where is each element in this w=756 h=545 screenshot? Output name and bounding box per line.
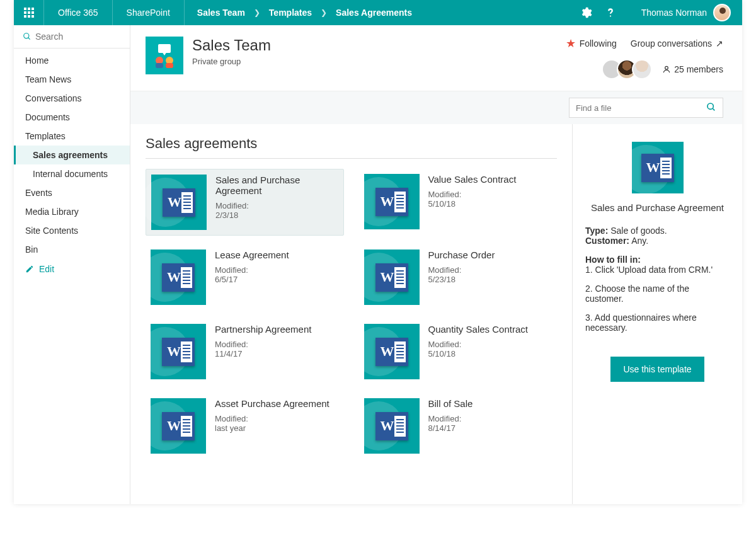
breadcrumb-item[interactable]: Templates [269, 8, 312, 18]
modified-label: Modified: [428, 340, 528, 349]
following-button[interactable]: ★ Following [566, 37, 617, 50]
sidebar-item-media-library[interactable]: Media Library [14, 202, 130, 221]
howto-step: 3. Add questionnaires where necessary. [585, 313, 730, 333]
sidebar-item-sales-agreements[interactable]: Sales agreements [14, 146, 130, 164]
svg-line-11 [28, 38, 30, 40]
svg-marker-13 [162, 52, 167, 55]
help-icon[interactable] [604, 6, 617, 20]
office365-link[interactable]: Office 365 [44, 0, 113, 25]
document-card[interactable]: WQuantity Sales ContractModified:5/10/18 [359, 319, 558, 384]
svg-rect-2 [32, 8, 34, 10]
search-input[interactable] [14, 25, 130, 49]
svg-rect-4 [28, 11, 30, 14]
modified-date: 5/10/18 [428, 199, 517, 209]
use-template-button[interactable]: Use this template [610, 357, 704, 382]
modified-date: 8/14/17 [428, 423, 473, 433]
word-doc-icon: W [364, 398, 420, 454]
chevron-right-icon: ❯ [321, 8, 327, 17]
member-count-label: 25 members [674, 64, 723, 74]
top-bar: Office 365 SharePoint Sales Team ❯ Templ… [14, 0, 742, 25]
word-doc-icon: W [151, 324, 206, 379]
sidebar-item-home[interactable]: Home [14, 51, 130, 70]
document-card[interactable]: WBill of SaleModified:8/14/17 [359, 393, 558, 459]
user-menu[interactable]: Thomas Norman [641, 4, 731, 21]
doc-name: Partnership Agreement [215, 324, 311, 335]
document-card[interactable]: WSales and Purchase AgreementModified:2/… [146, 169, 344, 236]
search-icon[interactable] [706, 102, 716, 114]
edit-link[interactable]: Edit [14, 259, 130, 279]
word-doc-icon: W [364, 324, 420, 379]
group-conversations-link[interactable]: Group conversations ↗ [631, 38, 723, 49]
svg-rect-7 [28, 15, 30, 18]
page-title: Sales Team [192, 37, 271, 54]
customer-value: Any. [631, 236, 648, 246]
svg-rect-0 [24, 8, 26, 10]
sidebar-item-templates[interactable]: Templates [14, 127, 130, 146]
sidebar-item-events[interactable]: Events [14, 183, 130, 202]
sidebar-item-conversations[interactable]: Conversations [14, 89, 130, 108]
customer-label: Customer: [585, 236, 629, 246]
modified-label: Modified: [428, 190, 517, 199]
document-card[interactable]: WPartnership AgreementModified:11/4/17 [146, 319, 344, 384]
doc-name: Sales and Purchase Agreement [215, 175, 338, 196]
team-logo [146, 37, 183, 74]
document-card[interactable]: WLease AgreementModified:6/5/17 [146, 244, 344, 310]
team-subtitle: Private group [192, 57, 271, 66]
word-doc-icon: W [151, 250, 206, 305]
svg-rect-5 [32, 11, 34, 14]
sharepoint-link[interactable]: SharePoint [113, 0, 185, 25]
svg-point-9 [610, 15, 611, 16]
search-field[interactable] [35, 32, 121, 42]
document-card[interactable]: WAsset Purchase AgreementModified:last y… [146, 393, 344, 459]
find-file-field[interactable] [576, 103, 706, 113]
group-conv-label: Group conversations [631, 38, 712, 49]
word-doc-icon: W [364, 174, 420, 229]
member-avatars[interactable] [602, 59, 652, 79]
word-doc-icon: W [151, 398, 206, 454]
gear-icon[interactable] [580, 6, 592, 19]
word-doc-icon: W [151, 175, 207, 230]
svg-rect-3 [24, 11, 26, 14]
external-link-icon: ↗ [716, 38, 723, 49]
sidebar: HomeTeam NewsConversationsDocumentsTempl… [14, 25, 130, 504]
star-icon: ★ [566, 37, 576, 50]
modified-date: 5/23/18 [428, 275, 495, 284]
sidebar-item-bin[interactable]: Bin [14, 240, 130, 259]
list-heading: Sales agreements [146, 135, 557, 159]
doc-name: Lease Agreement [215, 250, 289, 260]
breadcrumb-item[interactable]: Sales Agreements [336, 8, 412, 18]
type-value: Sale of goods. [610, 226, 667, 236]
doc-name: Purchase Order [428, 250, 495, 260]
svg-rect-16 [156, 63, 163, 68]
doc-name: Value Sales Contract [428, 174, 517, 185]
svg-rect-12 [158, 44, 171, 53]
find-file-input[interactable] [569, 98, 723, 118]
detail-title: Sales and Purchase Agreement [591, 202, 724, 213]
detail-panel: W Sales and Purchase Agreement Type: Sal… [572, 124, 742, 504]
svg-rect-6 [24, 15, 26, 18]
document-card[interactable]: WPurchase OrderModified:5/23/18 [359, 244, 558, 310]
following-label: Following [580, 38, 617, 49]
sidebar-item-documents[interactable]: Documents [14, 108, 130, 127]
doc-name: Asset Purchase Agreement [215, 398, 329, 409]
sidebar-item-site-contents[interactable]: Site Contents [14, 221, 130, 240]
svg-rect-8 [32, 15, 34, 18]
modified-label: Modified: [428, 414, 473, 423]
app-launcher-icon[interactable] [14, 0, 44, 25]
modified-date: 6/5/17 [215, 275, 289, 284]
doc-name: Bill of Sale [428, 398, 473, 409]
modified-date: 2/3/18 [215, 210, 338, 220]
members-link[interactable]: 25 members [662, 64, 723, 74]
breadcrumb-item[interactable]: Sales Team [197, 8, 245, 18]
document-card[interactable]: WValue Sales ContractModified:5/10/18 [359, 169, 558, 236]
svg-rect-17 [166, 63, 173, 68]
svg-point-10 [24, 33, 29, 38]
svg-line-20 [713, 108, 714, 110]
sidebar-item-team-news[interactable]: Team News [14, 70, 130, 89]
chevron-right-icon: ❯ [254, 8, 260, 17]
modified-date: 5/10/18 [428, 349, 528, 359]
modified-label: Modified: [215, 201, 338, 210]
svg-rect-1 [28, 8, 30, 10]
word-doc-icon: W [632, 142, 684, 193]
sidebar-item-internal-documents[interactable]: Internal documents [14, 164, 130, 183]
